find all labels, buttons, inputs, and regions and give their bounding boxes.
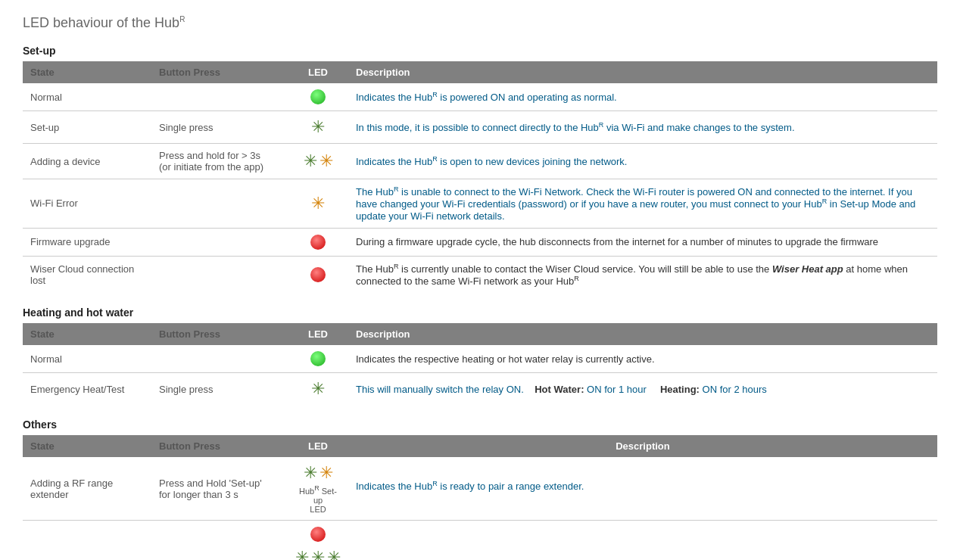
desc-heating-normal: Indicates the respective heating or hot … bbox=[348, 345, 937, 373]
led-starburst-emergency: ✳ bbox=[311, 379, 325, 399]
header-state-setup: State bbox=[23, 61, 151, 83]
state-rf-extender: Adding a RF rangeextender bbox=[23, 457, 151, 520]
led-normal bbox=[288, 83, 348, 111]
led-starburst-green: ✳ bbox=[311, 117, 325, 137]
led-cloud-lost bbox=[288, 256, 348, 293]
section-title-setup: Set-up bbox=[23, 45, 937, 57]
led-starburst-orange: ✳ bbox=[319, 151, 333, 171]
hot-water-label: Hot Water: bbox=[535, 384, 584, 395]
led-starburst-reset-2: ✳ bbox=[311, 548, 325, 560]
section-title-others: Others bbox=[23, 418, 937, 431]
led-emergency-heat: ✳ bbox=[288, 373, 348, 406]
state-heating-normal: Normal bbox=[23, 345, 151, 373]
led-starburst-rf-1: ✳ bbox=[304, 463, 317, 483]
state-reset: Reset bbox=[23, 520, 151, 560]
header-button-heating: Button Press bbox=[151, 323, 288, 345]
button-heating-normal bbox=[151, 345, 288, 373]
led-starburst-reset-1: ✳ bbox=[295, 548, 309, 560]
led-starburst-rf-2: ✳ bbox=[319, 463, 333, 483]
desc-wifi-error: The HubR is unable to connect to the Wi-… bbox=[348, 179, 937, 229]
table-row: Adding a RF rangeextender Press and Hold… bbox=[23, 457, 937, 520]
setup-table: State Button Press LED Description Norma… bbox=[23, 61, 937, 293]
state-normal: Normal bbox=[23, 83, 151, 111]
led-starburst-reset-3: ✳ bbox=[327, 548, 341, 560]
desc-reset: ✏ Indicates the HubR has been returned t… bbox=[348, 520, 937, 560]
header-led-setup: LED bbox=[288, 61, 348, 83]
header-desc-setup: Description bbox=[348, 61, 937, 83]
led-rf-extender: ✳ ✳ HubR Set-upLED bbox=[288, 457, 348, 520]
state-emergency-heat: Emergency Heat/Test bbox=[23, 373, 151, 406]
header-led-heating: LED bbox=[288, 323, 348, 345]
header-state-heating: State bbox=[23, 323, 151, 345]
button-firmware bbox=[151, 228, 288, 256]
table-row: Reset Press and Hold forlonger than 20 s… bbox=[23, 520, 937, 560]
led-firmware bbox=[288, 228, 348, 256]
heating-table: State Button Press LED Description Norma… bbox=[23, 323, 937, 405]
desc-setup: In this mode, it is possible to connect … bbox=[348, 111, 937, 144]
state-cloud-lost: Wiser Cloud connectionlost bbox=[23, 256, 151, 293]
desc-adding-device: Indicates the HubR is open to new device… bbox=[348, 144, 937, 179]
desc-cloud-lost: The HubR is currently unable to contact … bbox=[348, 256, 937, 293]
led-wifi-error: ✳ bbox=[288, 179, 348, 229]
led-green-heating bbox=[310, 351, 326, 366]
header-desc-others: Description bbox=[348, 435, 937, 457]
table-row: Normal Indicates the HubR is powered ON … bbox=[23, 83, 937, 111]
table-row: Firmware upgrade During a firmware upgra… bbox=[23, 228, 937, 256]
header-state-others: State bbox=[23, 435, 151, 457]
desc-emergency-heat: This will manually switch the relay ON. … bbox=[348, 373, 937, 406]
button-wifi-error bbox=[151, 179, 288, 229]
desc-rf-extender: Indicates the HubR is ready to pair a ra… bbox=[348, 457, 937, 520]
button-normal bbox=[151, 83, 288, 111]
desc-normal: Indicates the HubR is powered ON and ope… bbox=[348, 83, 937, 111]
state-wifi-error: Wi-Fi Error bbox=[23, 179, 151, 229]
heating-label: Heating: bbox=[660, 384, 700, 395]
led-rf-label: HubR Set-upLED bbox=[295, 484, 341, 514]
table-row: Wiser Cloud connectionlost The HubR is c… bbox=[23, 256, 937, 293]
led-reset: ✳ ✳ ✳ Set-up LED Redfollowed by all LEDs… bbox=[288, 520, 348, 560]
others-table: State Button Press LED Description Addin… bbox=[23, 435, 937, 560]
table-row: Normal Indicates the respective heating … bbox=[23, 345, 937, 373]
wiser-heat-app-label: Wiser Heat app bbox=[772, 263, 843, 275]
header-button-others: Button Press bbox=[151, 435, 288, 457]
led-starburst-green-2: ✳ bbox=[304, 151, 317, 171]
table-row: Emergency Heat/Test Single press ✳ This … bbox=[23, 373, 937, 406]
table-row: Set-up Single press ✳ In this mode, it i… bbox=[23, 111, 937, 144]
led-adding-device: ✳ ✳ bbox=[288, 144, 348, 179]
header-led-others: LED bbox=[288, 435, 348, 457]
state-firmware: Firmware upgrade bbox=[23, 228, 151, 256]
desc-firmware: During a firmware upgrade cycle, the hub… bbox=[348, 228, 937, 256]
led-green-indicator bbox=[310, 89, 326, 104]
button-rf-extender: Press and Hold 'Set-up'for longer than 3… bbox=[151, 457, 288, 520]
led-red-indicator bbox=[310, 235, 326, 250]
led-heating-normal bbox=[288, 345, 348, 373]
state-setup: Set-up bbox=[23, 111, 151, 144]
button-cloud-lost bbox=[151, 256, 288, 293]
led-starburst-orange-2: ✳ bbox=[311, 194, 325, 213]
led-setup: ✳ bbox=[288, 111, 348, 144]
led-red-indicator-2 bbox=[310, 267, 326, 282]
table-row: Wi-Fi Error ✳ The HubR is unable to conn… bbox=[23, 179, 937, 229]
button-emergency-heat: Single press bbox=[151, 373, 288, 406]
button-adding-device: Press and hold for > 3s(or initiate from… bbox=[151, 144, 288, 179]
table-row: Adding a device Press and hold for > 3s(… bbox=[23, 144, 937, 179]
header-button-setup: Button Press bbox=[151, 61, 288, 83]
button-reset: Press and Hold forlonger than 20 s bbox=[151, 520, 288, 560]
section-title-heating: Heating and hot water bbox=[23, 306, 937, 319]
header-desc-heating: Description bbox=[348, 323, 937, 345]
led-red-reset bbox=[310, 527, 326, 542]
button-setup: Single press bbox=[151, 111, 288, 144]
state-adding-device: Adding a device bbox=[23, 144, 151, 179]
page-title: LED behaviour of the HubR bbox=[23, 15, 937, 31]
